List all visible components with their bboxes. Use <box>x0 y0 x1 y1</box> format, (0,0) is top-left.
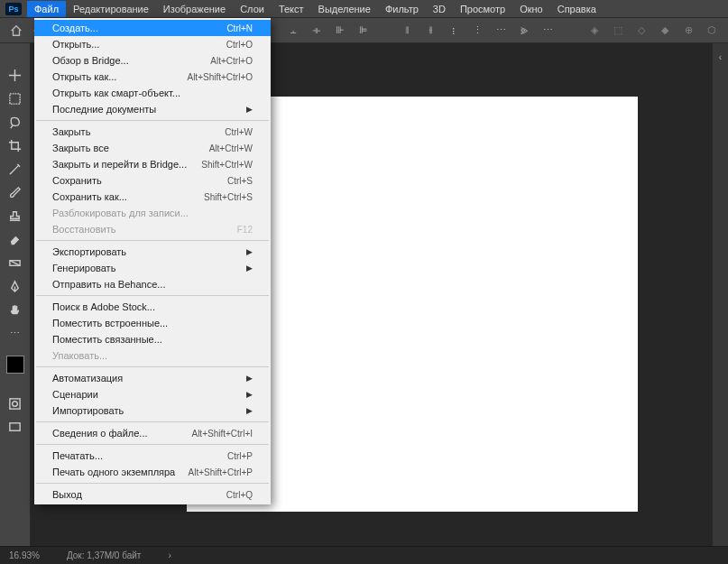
doc-info[interactable]: Док: 1,37М/0 байт <box>67 550 142 560</box>
menu-item[interactable]: СохранитьCtrl+S <box>34 172 271 189</box>
menu-item[interactable]: Закрыть и перейти в Bridge...Shift+Ctrl+… <box>34 156 271 172</box>
distribute-icon[interactable]: ⫴ <box>398 22 416 40</box>
gradient-tool[interactable] <box>5 253 26 273</box>
menu-item[interactable]: Поместить связанные... <box>34 331 271 347</box>
menu-separator <box>36 120 269 121</box>
mode-icon[interactable]: ⬡ <box>703 22 721 40</box>
mode-icon[interactable]: ⊕ <box>679 22 697 40</box>
align-icon[interactable]: ⊪ <box>331 22 349 40</box>
menu-item[interactable]: Печатать...Ctrl+P <box>34 448 271 464</box>
align-icon[interactable]: ⫠ <box>284 22 302 40</box>
svg-rect-4 <box>10 422 20 430</box>
eraser-tool[interactable] <box>5 229 26 249</box>
menu-item[interactable]: Сохранить как...Shift+Ctrl+S <box>34 189 271 205</box>
menu-окно[interactable]: Окно <box>512 1 550 17</box>
menu-выделение[interactable]: Выделение <box>311 1 378 17</box>
menu-item[interactable]: Сведения о файле...Alt+Shift+Ctrl+I <box>34 425 271 441</box>
menu-item[interactable]: Создать...Ctrl+N <box>34 20 271 36</box>
stamp-tool[interactable] <box>5 206 26 226</box>
menu-item[interactable]: Открыть как смарт-объект... <box>34 85 271 101</box>
menu-item[interactable]: Открыть как...Alt+Shift+Ctrl+O <box>34 69 271 85</box>
menu-item[interactable]: Поместить встроенные... <box>34 315 271 331</box>
menu-item-shortcut: Alt+Ctrl+O <box>210 56 253 66</box>
statusbar-arrow[interactable]: › <box>168 550 170 560</box>
mode-icon[interactable]: ◇ <box>632 22 650 40</box>
menu-item-label: Открыть... <box>52 39 99 50</box>
menu-item: Упаковать... <box>34 347 271 364</box>
menu-фильтр[interactable]: Фильтр <box>378 1 426 17</box>
menu-item[interactable]: Отправить на Behance... <box>34 276 271 292</box>
marquee-tool[interactable] <box>5 88 26 108</box>
menu-separator <box>36 240 269 241</box>
menu-item[interactable]: Импортировать▶ <box>34 402 271 419</box>
mode-icon[interactable]: ◆ <box>656 22 674 40</box>
menu-3d[interactable]: 3D <box>426 1 453 17</box>
menu-item[interactable]: Экспортировать▶ <box>34 244 271 260</box>
menu-редактирование[interactable]: Редактирование <box>66 1 156 17</box>
brush-tool[interactable] <box>5 182 26 202</box>
menu-separator <box>36 444 269 445</box>
menu-item[interactable]: Открыть...Ctrl+O <box>34 36 271 52</box>
screenmode-tool[interactable] <box>5 417 26 437</box>
align-icon[interactable]: ⟛ <box>308 22 326 40</box>
menu-item-label: Сохранить <box>52 175 102 186</box>
menu-item[interactable]: ЗакрытьCtrl+W <box>34 124 271 140</box>
menu-item[interactable]: Последние документы▶ <box>34 101 271 117</box>
menu-item-label: Сценарии <box>52 389 98 400</box>
menu-item[interactable]: Генерировать▶ <box>34 260 271 276</box>
menu-item[interactable]: Поиск в Adobe Stock... <box>34 299 271 315</box>
home-icon[interactable] <box>7 22 25 40</box>
distribute-icon[interactable]: ⫶ <box>445 22 463 40</box>
hand-tool[interactable] <box>5 300 26 319</box>
mode-3d-icon[interactable]: ◈ <box>585 22 604 40</box>
menu-item[interactable]: Печать одного экземпляраAlt+Shift+Ctrl+P <box>34 464 271 480</box>
align-icon[interactable]: ⊫ <box>355 22 373 40</box>
menu-item-label: Упаковать... <box>52 350 107 361</box>
svg-rect-2 <box>10 398 20 408</box>
menu-item: ВосстановитьF12 <box>34 221 271 237</box>
menu-изображение[interactable]: Изображение <box>156 1 233 17</box>
distribute-icon[interactable]: ⫸ <box>515 22 533 40</box>
menu-справка[interactable]: Справка <box>550 1 604 17</box>
menu-item-shortcut: Alt+Shift+Ctrl+I <box>191 429 253 439</box>
menu-item-label: Открыть как... <box>52 71 116 82</box>
eyedropper-tool[interactable] <box>5 159 26 179</box>
menu-item-shortcut: Ctrl+P <box>227 451 253 461</box>
crop-tool[interactable] <box>5 135 26 155</box>
menu-слои[interactable]: Слои <box>233 1 272 17</box>
menu-separator <box>36 295 269 296</box>
menu-item-label: Поместить связанные... <box>52 334 162 345</box>
distribute-icon[interactable]: ⋯ <box>492 22 510 40</box>
color-swatch[interactable] <box>6 356 24 374</box>
move-tool[interactable] <box>5 65 26 85</box>
distribute-icon[interactable]: ⫵ <box>421 22 439 40</box>
menu-item-label: Генерировать <box>52 263 115 273</box>
menubar: Ps ФайлРедактированиеИзображениеСлоиТекс… <box>0 0 728 18</box>
menu-item-shortcut: F12 <box>237 225 253 235</box>
file-menu-dropdown: Создать...Ctrl+NОткрыть...Ctrl+OОбзор в … <box>34 18 271 504</box>
menu-item[interactable]: Закрыть всеAlt+Ctrl+W <box>34 140 271 156</box>
menu-item[interactable]: Сценарии▶ <box>34 386 271 402</box>
menu-файл[interactable]: Файл <box>27 1 66 17</box>
lasso-tool[interactable] <box>5 112 26 132</box>
more-tools[interactable]: ⋯ <box>5 323 26 343</box>
mode-icon[interactable]: ⬚ <box>609 22 627 40</box>
pen-tool[interactable] <box>5 276 26 296</box>
menu-item[interactable]: Автоматизация▶ <box>34 370 271 386</box>
quickmask-tool[interactable] <box>5 393 26 413</box>
more-icon[interactable]: ⋯ <box>539 22 557 40</box>
menu-item[interactable]: ВыходCtrl+Q <box>34 486 271 503</box>
menu-item[interactable]: Обзор в Bridge...Alt+Ctrl+O <box>34 52 271 69</box>
menu-текст[interactable]: Текст <box>272 1 311 17</box>
menu-item-shortcut: Ctrl+N <box>226 23 253 33</box>
menu-item-shortcut: Ctrl+W <box>225 127 253 137</box>
menu-просмотр[interactable]: Просмотр <box>453 1 512 17</box>
zoom-level[interactable]: 16.93% <box>9 550 40 560</box>
menu-item-label: Сведения о файле... <box>52 428 148 439</box>
collapse-icon[interactable]: ‹ <box>719 52 722 62</box>
submenu-arrow-icon: ▶ <box>246 390 253 399</box>
menu-item-shortcut: Shift+Ctrl+S <box>204 192 253 202</box>
distribute-icon[interactable]: ⋮ <box>468 22 486 40</box>
right-panel-strip[interactable]: ‹ <box>712 43 728 546</box>
menu-item-shortcut: Shift+Ctrl+W <box>201 160 253 170</box>
